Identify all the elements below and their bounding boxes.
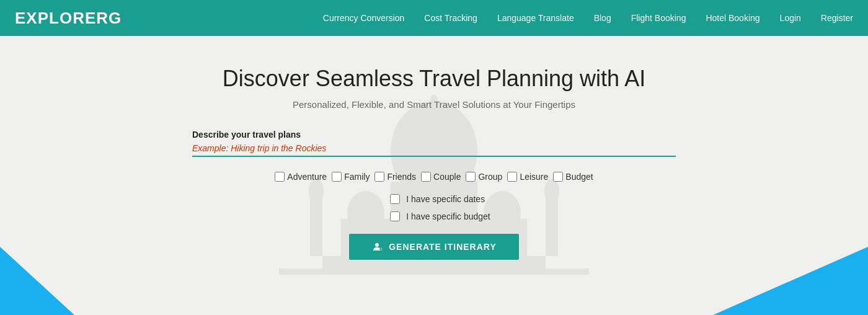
specific-dates-option[interactable]: I have specific dates [390,194,485,204]
specific-dates-checkbox[interactable] [390,194,400,204]
language-translate-link[interactable]: Language Translate [497,13,574,23]
logo[interactable]: EXPLORERG [15,9,122,28]
specific-budget-label: I have specific budget [406,211,490,221]
travel-input-label: Describe your travel plans [192,130,676,140]
family-label: Family [344,172,370,182]
group-label: Group [478,172,502,182]
generate-button-label: GENERATE ITINERARY [389,242,497,252]
navbar-links: Currency Conversion Cost Tracking Langua… [323,13,853,23]
friends-checkbox[interactable] [374,172,384,182]
generate-icon [371,241,383,252]
budget-checkbox[interactable] [553,172,563,182]
specific-dates-label: I have specific dates [406,194,485,204]
travel-input-underline [192,156,676,157]
specific-budget-checkbox[interactable] [390,211,400,221]
svg-point-17 [375,243,379,247]
travel-input-placeholder: Example: Hiking trip in the Rockies [192,143,676,153]
trip-types-row: Adventure Family Friends Couple Group Le… [275,172,593,182]
page-title: Discover Seamless Travel Planning with A… [223,66,645,92]
navbar: EXPLORERG Currency Conversion Cost Track… [0,0,868,36]
generate-itinerary-button[interactable]: GENERATE ITINERARY [349,234,519,260]
travel-input-section: Describe your travel plans Example: Hiki… [192,130,676,157]
family-option[interactable]: Family [332,172,370,182]
budget-label: Budget [565,172,593,182]
specific-budget-option[interactable]: I have specific budget [390,211,490,221]
leisure-checkbox[interactable] [507,172,517,182]
specific-options-section: I have specific dates I have specific bu… [390,194,490,221]
flight-booking-link[interactable]: Flight Booking [631,13,686,23]
adventure-checkbox[interactable] [275,172,285,182]
adventure-label: Adventure [287,172,327,182]
group-option[interactable]: Group [466,172,502,182]
page-subtitle: Personalized, Flexible, and Smart Travel… [293,99,575,110]
friends-option[interactable]: Friends [374,172,416,182]
hero-section: Discover Seamless Travel Planning with A… [0,36,868,315]
couple-checkbox[interactable] [421,172,431,182]
cost-tracking-link[interactable]: Cost Tracking [424,13,477,23]
group-checkbox[interactable] [466,172,476,182]
couple-label: Couple [433,172,461,182]
hotel-booking-link[interactable]: Hotel Booking [706,13,760,23]
svg-rect-16 [279,268,589,275]
friends-label: Friends [387,172,416,182]
hero-content: Discover Seamless Travel Planning with A… [0,36,868,260]
couple-option[interactable]: Couple [421,172,461,182]
currency-conversion-link[interactable]: Currency Conversion [323,13,405,23]
blog-link[interactable]: Blog [594,13,611,23]
leisure-option[interactable]: Leisure [507,172,548,182]
register-link[interactable]: Register [821,13,853,23]
family-checkbox[interactable] [332,172,342,182]
leisure-label: Leisure [520,172,548,182]
adventure-option[interactable]: Adventure [275,172,327,182]
login-link[interactable]: Login [780,13,801,23]
budget-option[interactable]: Budget [553,172,593,182]
